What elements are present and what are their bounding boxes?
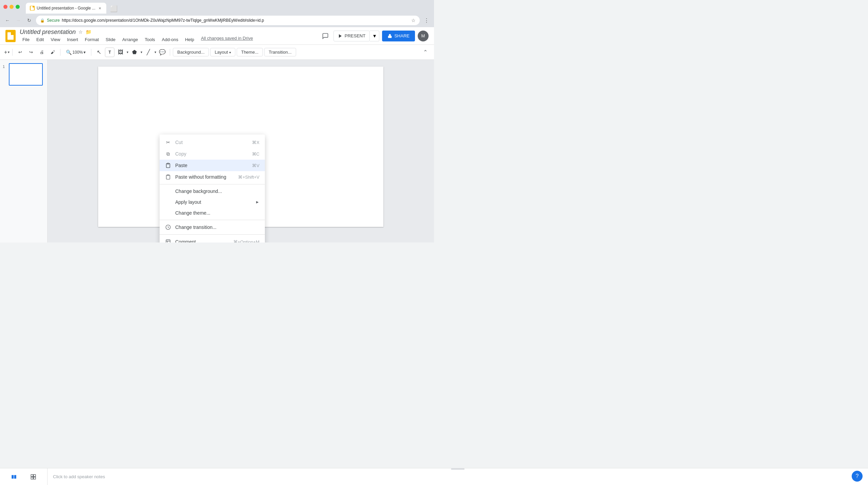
slides-panel: 1 — [0, 60, 48, 242]
ctx-separator-3 — [160, 234, 265, 235]
redo-button[interactable]: ↪ — [26, 48, 36, 57]
save-status: All changes saved in Drive — [201, 36, 253, 43]
paint-format-button[interactable]: 🖌 — [48, 48, 57, 57]
traffic-lights — [0, 5, 23, 9]
menu-slide[interactable]: Slide — [103, 36, 118, 43]
copy-label: Copy — [175, 151, 248, 157]
share-button[interactable]: SHARE — [382, 31, 415, 41]
slide-canvas-thumbnail-1[interactable] — [9, 63, 43, 86]
change-transition-label: Change transition... — [175, 224, 259, 230]
shapes-button[interactable]: ⬟ — [130, 48, 139, 57]
svg-rect-3 — [167, 175, 169, 176]
secure-icon: 🔒 — [40, 18, 45, 23]
secure-label: Secure — [47, 18, 60, 23]
select-tool-button[interactable]: ↖ — [94, 48, 104, 57]
menu-view[interactable]: View — [48, 36, 63, 43]
cut-icon: ✂ — [165, 139, 171, 145]
svg-rect-2 — [167, 163, 169, 164]
undo-button[interactable]: ↩ — [15, 48, 25, 57]
tab-title: Untitled presentation - Google ... — [37, 6, 95, 11]
context-menu-change-theme[interactable]: Change theme... — [160, 208, 265, 218]
back-button[interactable]: ← — [3, 16, 12, 24]
background-button[interactable]: Background... — [173, 48, 209, 56]
folder-icon[interactable]: 📁 — [86, 29, 91, 35]
tab-close-button[interactable]: ✕ — [97, 6, 102, 11]
slide-thumbnail-1[interactable]: 1 — [3, 63, 44, 86]
paste-unformatted-label: Paste without formatting — [175, 174, 234, 180]
transition-button[interactable]: Transition... — [264, 48, 296, 56]
text-box-button[interactable]: T — [105, 48, 114, 57]
shapes-dropdown[interactable]: ▾ — [141, 50, 142, 54]
close-traffic-light[interactable] — [3, 5, 7, 9]
present-dropdown-button[interactable]: ▾ — [370, 31, 379, 41]
present-button[interactable]: PRESENT — [333, 31, 370, 41]
ctx-separator-1 — [160, 184, 265, 184]
context-menu-paste-unformatted[interactable]: Paste without formatting ⌘+Shift+V — [160, 171, 265, 183]
refresh-button[interactable]: ↻ — [25, 16, 33, 24]
context-menu-copy[interactable]: ⧉ Copy ⌘C — [160, 148, 265, 160]
image-button[interactable]: 🖼 — [116, 48, 125, 57]
cut-label: Cut — [175, 140, 248, 145]
star-icon[interactable]: ☆ — [78, 29, 83, 35]
menu-tools[interactable]: Tools — [142, 36, 158, 43]
address-bar-row: ← → ↻ 🔒 Secure https://docs.google.com/p… — [0, 14, 434, 27]
print-button[interactable]: 🖨 — [37, 48, 47, 57]
app-header: Untitled presentation ☆ 📁 File Edit View… — [0, 27, 434, 45]
toolbar: + ▾ ↩ ↪ 🖨 🖌 🔍 100% ▾ ↖ T 🖼 ▾ ⬟ ▾ ╱ ▾ 💬 B… — [0, 45, 434, 60]
ctx-separator-2 — [160, 220, 265, 220]
change-theme-label: Change theme... — [175, 210, 259, 216]
app-logo — [5, 30, 16, 42]
line-dropdown[interactable]: ▾ — [155, 50, 156, 54]
menu-edit[interactable]: Edit — [34, 36, 47, 43]
browser-menu-button[interactable]: ⋮ — [422, 17, 431, 24]
theme-button[interactable]: Theme... — [237, 48, 263, 56]
paste-shortcut: ⌘V — [252, 163, 259, 168]
copy-icon: ⧉ — [165, 151, 171, 157]
fullscreen-traffic-light[interactable] — [16, 5, 20, 9]
image-dropdown[interactable]: ▾ — [127, 50, 128, 54]
change-background-label: Change background... — [175, 188, 259, 194]
zoom-control[interactable]: 🔍 100% ▾ — [63, 48, 88, 56]
url-text: https://docs.google.com/presentation/d/1… — [62, 18, 264, 23]
comment-insert-button[interactable]: 💬 — [158, 48, 167, 57]
svg-marker-0 — [339, 34, 342, 38]
copy-shortcut: ⌘C — [252, 151, 259, 157]
menu-format[interactable]: Format — [82, 36, 102, 43]
apply-layout-label: Apply layout — [175, 199, 251, 205]
doc-title[interactable]: Untitled presentation — [20, 29, 76, 36]
paste-unformatted-shortcut: ⌘+Shift+V — [238, 175, 259, 180]
context-menu-paste[interactable]: Paste ⌘V — [160, 160, 265, 171]
menu-help[interactable]: Help — [182, 36, 197, 43]
menu-arrange[interactable]: Arrange — [120, 36, 141, 43]
bookmark-button[interactable]: ☆ — [411, 18, 416, 23]
context-menu-apply-layout[interactable]: Apply layout ► — [160, 197, 265, 208]
toolbar-separator-1 — [12, 49, 13, 56]
menu-file[interactable]: File — [20, 36, 32, 43]
context-menu-cut[interactable]: ✂ Cut ⌘X — [160, 137, 265, 148]
minimize-traffic-light[interactable] — [10, 5, 14, 9]
menu-addons[interactable]: Add-ons — [159, 36, 181, 43]
canvas-area: ✂ Cut ⌘X ⧉ Copy ⌘C Paste ⌘V — [48, 60, 434, 242]
url-full: https://docs.google.com/presentation/d/1… — [62, 18, 264, 23]
comments-button[interactable] — [320, 31, 331, 41]
context-menu-change-transition[interactable]: Change transition... — [160, 221, 265, 233]
layout-button[interactable]: Layout ▾ — [210, 48, 235, 56]
address-bar[interactable]: 🔒 Secure https://docs.google.com/present… — [36, 16, 420, 25]
context-menu-change-background[interactable]: Change background... — [160, 186, 265, 197]
cut-shortcut: ⌘X — [252, 140, 259, 145]
add-slide-button[interactable]: + ▾ — [4, 48, 10, 57]
active-tab[interactable]: Untitled presentation - Google ... ✕ — [26, 3, 106, 14]
paste-icon — [165, 162, 171, 168]
forward-button[interactable]: → — [14, 16, 22, 24]
apply-layout-arrow: ► — [255, 200, 259, 204]
context-menu-comment[interactable]: Comment ⌘+Option+M — [160, 236, 265, 242]
line-button[interactable]: ╱ — [144, 48, 153, 57]
collapse-toolbar-button[interactable]: ⌃ — [420, 48, 430, 57]
new-tab-button[interactable]: ⬜ — [109, 4, 119, 14]
paste-label: Paste — [175, 163, 248, 168]
menu-insert[interactable]: Insert — [64, 36, 81, 43]
menu-bar: File Edit View Insert Format Slide Arran… — [20, 36, 316, 43]
paste-unformatted-icon — [165, 174, 171, 180]
user-avatar[interactable]: M — [418, 31, 429, 41]
comment-ctx-shortcut: ⌘+Option+M — [233, 239, 259, 243]
